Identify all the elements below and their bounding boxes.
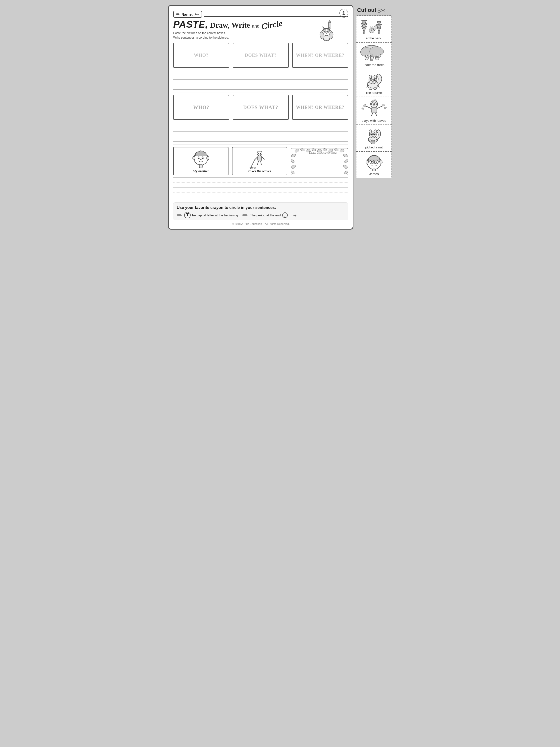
svg-point-13 xyxy=(324,31,326,33)
writing-line-1[interactable] xyxy=(173,70,348,80)
svg-point-127 xyxy=(371,79,372,80)
svg-point-172 xyxy=(371,140,375,142)
owl-icon xyxy=(319,20,339,41)
name-line xyxy=(204,12,348,17)
section-divider-2 xyxy=(173,144,348,145)
svg-point-76 xyxy=(344,170,348,175)
svg-point-70 xyxy=(291,164,296,169)
svg-point-182 xyxy=(371,161,373,162)
crayon-right-icon xyxy=(242,213,248,217)
svg-line-39 xyxy=(257,161,259,165)
cutout-sidebar: Cut out xyxy=(353,5,392,230)
svg-line-148 xyxy=(366,106,371,108)
svg-rect-186 xyxy=(373,169,376,171)
svg-point-98 xyxy=(370,26,371,28)
svg-line-38 xyxy=(262,157,265,159)
writing-line-2[interactable] xyxy=(173,80,348,89)
cutout-label-james: James xyxy=(369,172,378,176)
writing-line-3[interactable] xyxy=(173,122,348,132)
writing-area-2 xyxy=(173,122,348,142)
svg-point-154 xyxy=(362,108,364,109)
cutout-item-at-the-park: at the park. xyxy=(356,16,392,43)
cutout-header: Cut out xyxy=(357,7,385,14)
svg-point-117 xyxy=(371,55,372,56)
main-worksheet: 1 Name: PAS xyxy=(168,5,353,230)
svg-point-167 xyxy=(372,136,373,136)
cutout-item-picked-nut: picked a nut xyxy=(356,125,392,152)
svg-rect-8 xyxy=(329,20,330,21)
svg-point-29 xyxy=(202,158,204,159)
instr-item-1: T he capital letter at the beginning xyxy=(177,212,238,218)
svg-point-74 xyxy=(344,159,348,163)
cut-out-label: Cut out xyxy=(357,7,376,14)
cutout-label-nut: picked a nut xyxy=(365,146,382,149)
capital-letter-text: he capital letter at the beginning xyxy=(192,213,238,217)
draw-place-label: Draw a place or time. xyxy=(301,151,345,154)
svg-point-176 xyxy=(380,161,382,164)
title-and: and xyxy=(252,24,259,29)
svg-point-175 xyxy=(366,161,368,164)
owl-decoration xyxy=(319,20,339,42)
name-label: Name: xyxy=(182,12,193,17)
svg-point-164 xyxy=(371,134,372,135)
who-box-2: Who? xyxy=(173,95,229,120)
who-box-1: WHO? xyxy=(173,43,229,68)
cutout-item-james: James xyxy=(356,152,392,178)
crayon-icon-left xyxy=(176,12,180,17)
svg-rect-83 xyxy=(242,215,243,216)
svg-point-16 xyxy=(328,31,328,32)
svg-point-114 xyxy=(377,56,378,56)
svg-point-101 xyxy=(372,28,372,29)
svg-point-152 xyxy=(363,104,366,107)
svg-point-109 xyxy=(366,56,366,56)
writing-area-1 xyxy=(173,70,348,89)
section-divider-3 xyxy=(173,200,348,200)
my-brother-box: My brother xyxy=(173,147,229,175)
instr-item-2: The period at the end . xyxy=(242,212,288,218)
svg-point-165 xyxy=(374,134,375,135)
svg-point-28 xyxy=(198,158,199,159)
period-circle: . xyxy=(282,212,288,218)
svg-point-85 xyxy=(378,10,380,13)
writing-line-4[interactable] xyxy=(173,132,348,142)
draw-place-box[interactable]: Draw a place or time. xyxy=(291,148,348,175)
svg-rect-91 xyxy=(364,32,365,34)
svg-marker-5 xyxy=(198,14,199,15)
arrow-down-icon xyxy=(292,213,297,217)
svg-point-14 xyxy=(327,31,329,33)
svg-rect-0 xyxy=(176,14,179,15)
rakes-leaves-label: rakes the leaves xyxy=(248,169,271,173)
svg-rect-36 xyxy=(258,156,262,161)
svg-point-140 xyxy=(371,101,378,108)
bottom-instr-title: Use your favorite crayon to circle in yo… xyxy=(177,205,345,210)
name-row: Name: xyxy=(173,11,348,18)
svg-line-150 xyxy=(371,113,373,116)
writing-line-5[interactable] xyxy=(173,177,348,187)
raking-illustration xyxy=(248,149,271,169)
page-number: 1 xyxy=(339,9,348,18)
svg-point-125 xyxy=(370,79,372,81)
svg-point-184 xyxy=(372,161,372,162)
svg-point-183 xyxy=(376,161,377,162)
svg-point-69 xyxy=(291,159,295,163)
does-what-box-2: Does What? xyxy=(233,95,289,120)
picked-nut-illustration xyxy=(363,127,385,145)
svg-point-131 xyxy=(373,81,373,82)
row3-paste: My brother xyxy=(173,147,348,175)
cutout-label-plays: plays with leaves xyxy=(362,119,386,123)
section-divider-1 xyxy=(173,92,348,93)
svg-point-168 xyxy=(373,136,373,136)
when-where-box-2: When? or Where? xyxy=(292,95,348,120)
footer: © 2018 A Plus Education – All Rights Res… xyxy=(173,222,348,225)
svg-point-126 xyxy=(374,79,375,81)
name-box: Name: xyxy=(173,11,202,18)
svg-rect-32 xyxy=(199,164,202,168)
writing-line-6[interactable] xyxy=(173,187,348,197)
period-text: The period at the end xyxy=(250,213,281,217)
when-where-box-1: WHEN? OR WHERE? xyxy=(292,43,348,68)
svg-point-128 xyxy=(375,79,375,80)
svg-rect-80 xyxy=(177,215,177,216)
svg-point-48 xyxy=(254,167,256,169)
title-row: PASTE, Draw, Write and Circle xyxy=(173,19,348,30)
svg-line-151 xyxy=(375,113,377,116)
